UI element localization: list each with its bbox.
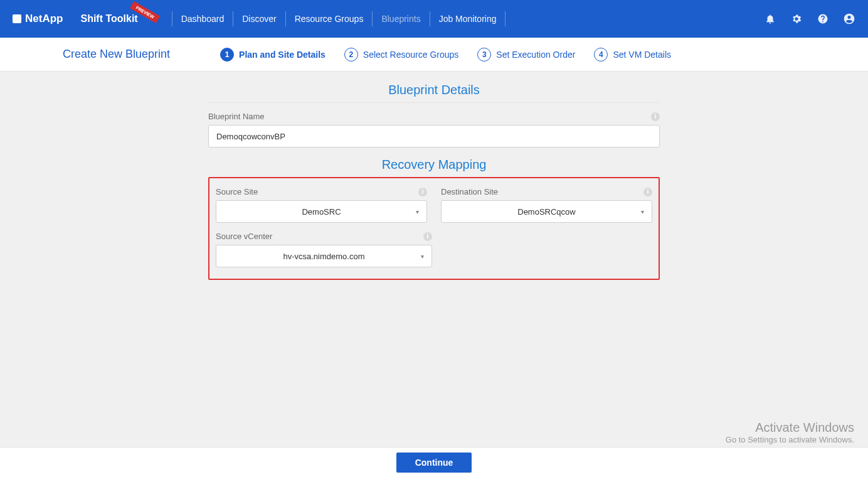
step-label: Set Execution Order	[496, 50, 575, 60]
nav-resource-groups[interactable]: Resource Groups	[295, 14, 364, 24]
nav-blueprints[interactable]: Blueprints	[381, 14, 420, 24]
main-form-area: Blueprint Details Blueprint Name i Recov…	[0, 72, 868, 447]
nav-separator	[233, 11, 233, 26]
wizard-step-bar: Create New Blueprint 1 Plan and Site Det…	[0, 38, 868, 72]
wizard-steps: 1 Plan and Site Details 2 Select Resourc…	[220, 48, 671, 62]
app-title: Shift Toolkit PREVIEW	[80, 13, 156, 24]
destination-site-dropdown[interactable]: DemoSRCqcow ▾	[441, 200, 652, 223]
info-icon[interactable]: i	[651, 112, 660, 121]
app-title-text: Shift Toolkit	[80, 13, 137, 24]
step-label: Set VM Details	[613, 50, 671, 60]
source-site-dropdown[interactable]: DemoSRC ▾	[216, 200, 427, 223]
step-select-resource-groups[interactable]: 2 Select Resource Groups	[344, 48, 459, 62]
top-nav-bar: NetApp Shift Toolkit PREVIEW Dashboard D…	[0, 0, 868, 38]
gear-icon[interactable]	[790, 13, 803, 25]
recovery-mapping-heading: Recovery Mapping	[208, 158, 660, 172]
blueprint-name-label: Blueprint Name	[208, 112, 265, 121]
step-number-1: 1	[220, 48, 234, 62]
nav-separator	[430, 11, 430, 26]
nav-job-monitoring[interactable]: Job Monitoring	[439, 14, 497, 24]
source-vcenter-dropdown[interactable]: hv-vcsa.nimdemo.com ▾	[216, 245, 432, 267]
chevron-down-icon: ▾	[641, 208, 644, 215]
info-icon[interactable]: i	[418, 188, 427, 196]
blueprint-details-heading: Blueprint Details	[208, 83, 660, 97]
destination-site-label: Destination Site	[441, 187, 498, 196]
source-vcenter-label: Source vCenter	[216, 232, 272, 241]
nav-separator	[285, 11, 286, 26]
nav-dashboard[interactable]: Dashboard	[181, 14, 225, 24]
nav-separator	[372, 11, 373, 26]
info-icon[interactable]: i	[643, 188, 652, 196]
source-site-value: DemoSRC	[302, 207, 341, 217]
step-set-vm-details[interactable]: 4 Set VM Details	[594, 48, 671, 62]
nav-discover[interactable]: Discover	[242, 14, 276, 24]
nav-separator	[505, 11, 505, 26]
chevron-down-icon: ▾	[416, 208, 419, 215]
nav-separator	[172, 11, 172, 26]
help-icon[interactable]	[817, 13, 829, 25]
info-icon[interactable]: i	[423, 232, 432, 241]
step-label: Select Resource Groups	[363, 50, 459, 60]
brand-logo: NetApp	[13, 13, 63, 25]
step-number-4: 4	[594, 48, 608, 62]
user-icon[interactable]	[843, 13, 855, 25]
step-set-execution-order[interactable]: 3 Set Execution Order	[477, 48, 575, 62]
step-label: Plan and Site Details	[239, 50, 326, 60]
step-number-2: 2	[344, 48, 358, 62]
recovery-mapping-highlight: Source Site i DemoSRC ▾ Destination Site	[208, 177, 660, 280]
destination-site-value: DemoSRCqcow	[517, 207, 575, 217]
step-number-3: 3	[477, 48, 491, 62]
netapp-icon	[13, 14, 21, 23]
footer-bar: Continue	[0, 447, 868, 477]
brand-text: NetApp	[25, 13, 63, 25]
source-vcenter-value: hv-vcsa.nimdemo.com	[283, 252, 364, 261]
section-divider	[208, 102, 660, 103]
blueprint-name-input[interactable]	[208, 125, 660, 147]
step-plan-and-site-details[interactable]: 1 Plan and Site Details	[220, 48, 326, 62]
bell-icon[interactable]	[764, 13, 776, 25]
continue-button[interactable]: Continue	[396, 453, 472, 473]
source-site-label: Source Site	[216, 187, 258, 196]
wizard-title: Create New Blueprint	[63, 48, 170, 61]
chevron-down-icon: ▾	[421, 253, 424, 260]
